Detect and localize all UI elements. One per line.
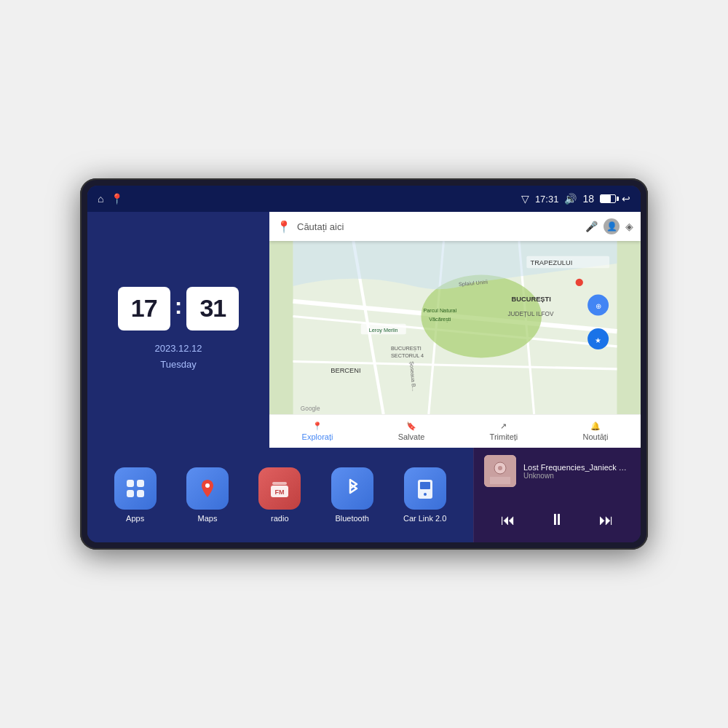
svg-text:FM: FM xyxy=(275,488,285,496)
svg-rect-28 xyxy=(137,480,144,487)
svg-point-40 xyxy=(498,466,502,470)
music-artist: Unknown xyxy=(523,472,630,480)
account-icon[interactable]: 👤 xyxy=(604,218,620,234)
svg-text:Google: Google xyxy=(301,405,320,412)
map-search-bar[interactable]: 📍 Căutați aici 🎤 👤 ◈ xyxy=(269,212,641,241)
map-share-btn[interactable]: ↗ Trimiteți xyxy=(490,422,518,441)
maps-status-icon[interactable]: 📍 xyxy=(111,193,123,205)
svg-point-24 xyxy=(576,279,583,286)
clock-hours: 17 xyxy=(118,287,170,331)
apps-section: Apps Maps xyxy=(87,448,473,542)
music-top: Lost Frequencies_Janieck Devy-... Unknow… xyxy=(484,455,630,487)
map-search-icons: 🎤 👤 ◈ xyxy=(585,218,633,234)
next-button[interactable]: ⏭ xyxy=(592,509,621,531)
play-pause-button[interactable]: ⏸ xyxy=(542,507,572,532)
status-bar: ⌂ 📍 ▽ 17:31 🔊 18 ↩ xyxy=(87,186,641,212)
svg-text:BUCUREȘTI: BUCUREȘTI xyxy=(512,296,551,303)
status-time: 17:31 xyxy=(535,194,559,205)
map-widget[interactable]: 📍 Căutați aici 🎤 👤 ◈ xyxy=(269,212,641,448)
svg-rect-34 xyxy=(272,482,287,485)
svg-text:BERCENI: BERCENI xyxy=(331,367,360,374)
clock-widget: 17 : 31 2023.12.12 Tuesday xyxy=(87,212,269,448)
svg-rect-36 xyxy=(420,482,430,489)
map-news-btn[interactable]: 🔔 Noutăți xyxy=(583,422,609,441)
mic-icon[interactable]: 🎤 xyxy=(585,221,598,232)
svg-rect-29 xyxy=(127,490,134,497)
svg-rect-27 xyxy=(127,480,134,487)
volume-icon: 🔊 xyxy=(564,193,577,205)
svg-point-37 xyxy=(424,493,427,496)
svg-rect-41 xyxy=(490,477,510,484)
map-content: TRAPEZULUI BUCUREȘTI JUDEȚUL ILFOV BERCE… xyxy=(269,241,641,414)
app-maps[interactable]: Maps xyxy=(186,467,229,523)
app-radio[interactable]: FM radio xyxy=(258,467,301,523)
explore-icon: 📍 xyxy=(312,422,323,431)
news-icon: 🔔 xyxy=(590,422,601,431)
bluetooth-icon xyxy=(331,467,373,510)
clock-minutes: 31 xyxy=(186,287,239,331)
svg-text:Parcul Natural: Parcul Natural xyxy=(423,307,456,314)
svg-text:JUDEȚUL ILFOV: JUDEȚUL ILFOV xyxy=(507,311,554,317)
status-bar-right: ▽ 17:31 🔊 18 ↩ xyxy=(521,193,630,205)
device-screen: ⌂ 📍 ▽ 17:31 🔊 18 ↩ 17 xyxy=(87,186,641,542)
map-saved-btn[interactable]: 🔖 Salvate xyxy=(398,422,425,441)
apps-icon xyxy=(114,467,157,510)
svg-text:SECTORUL 4: SECTORUL 4 xyxy=(391,352,424,359)
map-pin-icon: 📍 xyxy=(277,220,291,234)
apps-label: Apps xyxy=(126,514,144,523)
bottom-section: Apps Maps xyxy=(87,448,641,542)
map-explore-btn[interactable]: 📍 Explorați xyxy=(302,422,333,441)
share-icon: ↗ xyxy=(500,422,507,431)
clock-date: 2023.12.12 Tuesday xyxy=(154,341,202,373)
svg-text:BUCUREȘTI: BUCUREȘTI xyxy=(391,345,422,352)
device-frame: ⌂ 📍 ▽ 17:31 🔊 18 ↩ 17 xyxy=(80,178,648,550)
app-bluetooth[interactable]: Bluetooth xyxy=(331,467,373,523)
radio-icon: FM xyxy=(258,467,301,510)
clock-display: 17 : 31 xyxy=(118,287,240,331)
map-bottom-bar: 📍 Explorați 🔖 Salvate ↗ Trimiteți 🔔 xyxy=(269,414,641,448)
bluetooth-label: Bluetooth xyxy=(335,514,368,523)
clock-separator: : xyxy=(175,293,183,320)
carlink-label: Car Link 2.0 xyxy=(403,514,446,523)
prev-button[interactable]: ⏮ xyxy=(494,509,523,531)
music-controls: ⏮ ⏸ ⏭ xyxy=(484,505,630,535)
svg-text:★: ★ xyxy=(595,336,601,344)
app-carlink[interactable]: Car Link 2.0 xyxy=(403,467,446,523)
svg-text:Leroy Merlin: Leroy Merlin xyxy=(369,327,398,333)
music-info: Lost Frequencies_Janieck Devy-... Unknow… xyxy=(523,463,630,480)
music-title: Lost Frequencies_Janieck Devy-... xyxy=(523,463,630,472)
status-bar-left: ⌂ 📍 xyxy=(98,193,123,205)
svg-point-31 xyxy=(205,483,210,488)
saved-icon: 🔖 xyxy=(406,422,416,431)
maps-label: Maps xyxy=(198,514,218,523)
svg-text:TRAPEZULUI: TRAPEZULUI xyxy=(530,259,572,266)
radio-label: radio xyxy=(271,514,288,523)
signal-icon: ▽ xyxy=(521,193,529,205)
music-player: Lost Frequencies_Janieck Devy-... Unknow… xyxy=(473,448,641,542)
svg-text:Văcărești: Văcărești xyxy=(429,316,451,323)
app-apps[interactable]: Apps xyxy=(114,467,157,523)
volume-level: 18 xyxy=(582,193,594,205)
back-icon[interactable]: ↩ xyxy=(622,193,630,205)
map-svg: TRAPEZULUI BUCUREȘTI JUDEȚUL ILFOV BERCE… xyxy=(269,241,641,414)
music-thumbnail xyxy=(484,455,516,487)
map-search-text[interactable]: Căutați aici xyxy=(297,221,579,232)
battery-icon xyxy=(600,194,616,203)
carlink-icon xyxy=(404,467,446,510)
svg-text:⊕: ⊕ xyxy=(596,302,601,310)
maps-icon xyxy=(186,467,229,510)
home-icon[interactable]: ⌂ xyxy=(98,193,103,205)
svg-rect-30 xyxy=(137,490,144,497)
main-content: 17 : 31 2023.12.12 Tuesday 📍 Căutați aic… xyxy=(87,212,641,542)
layers-icon[interactable]: ◈ xyxy=(625,221,633,232)
top-section: 17 : 31 2023.12.12 Tuesday 📍 Căutați aic… xyxy=(87,212,641,448)
